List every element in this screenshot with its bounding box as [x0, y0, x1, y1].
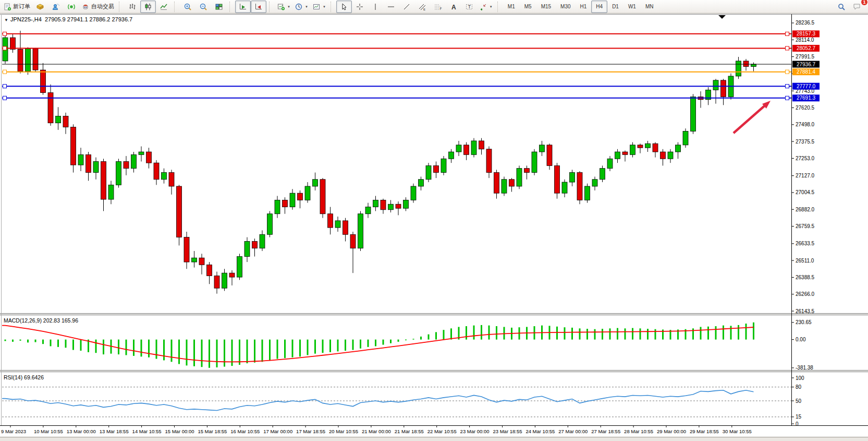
line-chart-button[interactable] [156, 1, 172, 13]
line-handle[interactable] [786, 70, 789, 74]
candle-body [48, 93, 53, 123]
line-handle[interactable] [3, 85, 7, 88]
toolbar-separator [229, 2, 233, 12]
newchart-icon [277, 3, 285, 11]
rsi-tick-label: 100 [796, 375, 804, 381]
candle-body [683, 131, 688, 145]
chart-shift-button[interactable] [251, 1, 266, 13]
search-button[interactable] [834, 1, 849, 13]
line-handle[interactable] [3, 32, 7, 35]
candle-body [396, 204, 401, 208]
candle-body [124, 161, 129, 168]
candle-body [743, 61, 749, 67]
candle-body [305, 186, 310, 200]
templates-button[interactable]: ▼ [310, 1, 328, 13]
price-tick-label: 26633.5 [796, 241, 815, 246]
candle-body [661, 152, 666, 159]
fibonacci-button[interactable]: F [430, 1, 446, 13]
tf-w1[interactable]: W1 [624, 1, 641, 13]
candle-body [502, 180, 507, 193]
candle-body [411, 186, 416, 200]
crosshair-button[interactable] [352, 1, 368, 13]
tf-mn[interactable]: MN [641, 1, 658, 13]
indicators-button[interactable]: ▼ [275, 1, 292, 13]
price-tick-label: 27004.5 [796, 189, 815, 195]
metaeditor-button[interactable] [32, 1, 48, 13]
bar-chart-button[interactable] [125, 1, 140, 13]
tf-d1[interactable]: D1 [607, 1, 624, 13]
new-order-button[interactable]: 新订单 [1, 1, 32, 13]
macd-tick-label: 230.65 [796, 319, 812, 325]
horizontal-line-button[interactable] [383, 1, 399, 13]
candle-body [207, 265, 212, 276]
virtual-hosting-button[interactable] [48, 1, 64, 13]
candle-body [615, 152, 620, 159]
candle-body [283, 200, 288, 207]
price-tick-label: 26266.0 [796, 291, 815, 297]
rsi-indicator-label: RSI(14) 69.6426 [4, 374, 44, 380]
line-handle[interactable] [3, 96, 7, 100]
chat-button[interactable]: 1 [849, 1, 865, 13]
candle-body [471, 141, 476, 154]
chart-collapse-caret-icon[interactable]: ▼ [4, 18, 8, 22]
line-handle[interactable] [786, 32, 789, 35]
tile-windows-button[interactable] [211, 1, 227, 13]
tf-m1[interactable]: M1 [503, 1, 520, 13]
candle-body [645, 144, 651, 148]
candle-body [63, 116, 68, 127]
vertical-line-button[interactable] [368, 1, 383, 13]
time-tick-label: 13 Mar 00:00 [67, 428, 96, 434]
person-icon [52, 3, 60, 11]
toolbar-group-scroll [235, 1, 266, 13]
chart-canvas: 28236.528114.027991.527869.027743.027620… [0, 14, 868, 441]
candle-body [509, 180, 515, 186]
candle-body [154, 163, 159, 180]
dropdown-caret-icon[interactable]: ▼ [287, 5, 290, 8]
signals-button[interactable] [64, 1, 79, 13]
cursor-button[interactable] [336, 1, 352, 13]
candle-body [214, 276, 219, 288]
time-tick-label: 29 Mar 00:00 [657, 428, 686, 434]
dropdown-caret-icon[interactable]: ▼ [490, 5, 493, 8]
tf-m30[interactable]: M30 [556, 1, 575, 13]
tf-h4[interactable]: H4 [591, 1, 607, 13]
zoom-in-button[interactable] [180, 1, 195, 13]
autotrading-button[interactable]: 自动交易 [79, 1, 116, 13]
doc-new-icon [3, 3, 11, 11]
line-handle[interactable] [786, 46, 789, 50]
candle-body [517, 169, 522, 186]
candle-body [751, 64, 756, 66]
time-tick-label: 24 Mar 10:55 [525, 428, 555, 434]
candle-body [404, 200, 409, 208]
trendline-button[interactable] [399, 1, 414, 13]
time-tick-label: 17 Mar 18:55 [296, 428, 325, 434]
line-handle[interactable] [3, 46, 7, 50]
label-button[interactable]: T [461, 1, 477, 13]
candle-body [449, 152, 454, 159]
chart-window: 28236.528114.027991.527869.027743.027620… [0, 14, 868, 441]
auto-scroll-button[interactable] [235, 1, 251, 13]
text-button[interactable]: A [446, 1, 461, 13]
fibo-icon: F [434, 3, 442, 11]
line-handle[interactable] [786, 85, 789, 88]
tf-m5[interactable]: M5 [520, 1, 536, 13]
labelt-icon: T [465, 3, 473, 11]
tf-h1[interactable]: H1 [576, 1, 592, 13]
tf-m15[interactable]: M15 [536, 1, 556, 13]
toolbar-group-timeframes: M1M5M15M30H1H4D1W1MN [503, 1, 658, 13]
candle-body [139, 152, 144, 154]
arrows-button[interactable]: ▼ [477, 1, 495, 13]
candle-body [56, 116, 61, 123]
zoom-out-button[interactable] [195, 1, 211, 13]
channel-button[interactable]: E [414, 1, 430, 13]
periods-button[interactable]: ▼ [292, 1, 310, 13]
dropdown-caret-icon[interactable]: ▼ [305, 5, 308, 8]
wallet-icon [36, 3, 44, 11]
price-badge-label: 27881.4 [797, 69, 816, 75]
line-handle[interactable] [786, 96, 789, 100]
candlestick-button[interactable] [140, 1, 156, 13]
candle-body [222, 273, 227, 288]
line-handle[interactable] [3, 70, 7, 74]
candle-body [93, 161, 99, 172]
dropdown-caret-icon[interactable]: ▼ [323, 5, 326, 8]
